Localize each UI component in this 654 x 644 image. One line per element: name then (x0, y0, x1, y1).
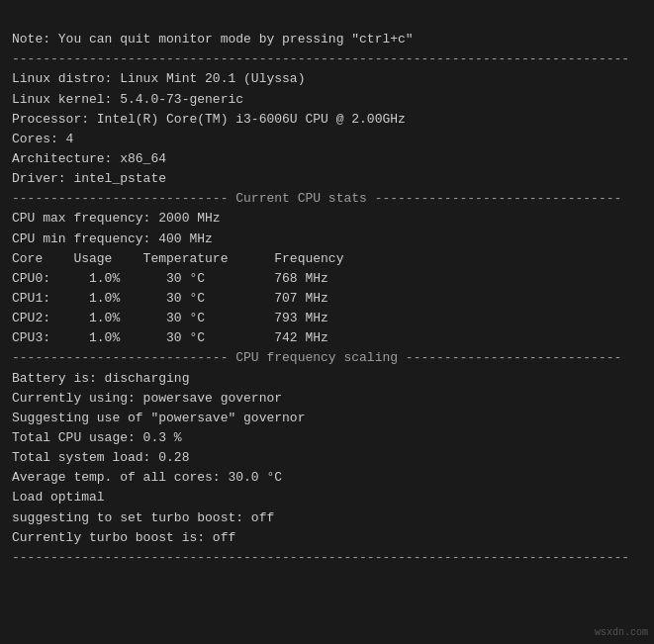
terminal-line-sep4: ----------------------------------------… (12, 548, 642, 568)
terminal-line-cpu2: CPU2: 1.0% 30 °C 793 MHz (12, 309, 642, 328)
terminal-output: Note: You can quit monitor mode by press… (12, 10, 642, 568)
terminal-line-turbo_current: Currently turbo boost is: off (12, 528, 642, 548)
watermark: wsxdn.com (595, 625, 648, 641)
terminal-line-cpu1: CPU1: 1.0% 30 °C 707 MHz (12, 289, 642, 309)
terminal-line-distro: Linux distro: Linux Mint 20.1 (Ulyssa) (12, 69, 642, 89)
terminal-line-battery: Battery is: discharging (12, 369, 642, 389)
terminal-line-sep3: ---------------------------- CPU frequen… (12, 348, 642, 368)
terminal-line-cpu0: CPU0: 1.0% 30 °C 768 MHz (12, 269, 642, 289)
terminal-line-avg_temp: Average temp. of all cores: 30.0 °C (12, 468, 642, 488)
terminal-line-table_header: Core Usage Temperature Frequency (12, 249, 642, 269)
terminal-line-cpu_min: CPU min frequency: 400 MHz (12, 230, 642, 249)
terminal-line-cores: Cores: 4 (12, 130, 642, 149)
terminal-line-arch: Architecture: x86_64 (12, 149, 642, 169)
terminal-line-note: Note: You can quit monitor mode by press… (12, 30, 642, 49)
terminal-line-sep1: ----------------------------------------… (12, 49, 642, 69)
terminal-line-total_usage: Total CPU usage: 0.3 % (12, 428, 642, 448)
terminal-line-total_load: Total system load: 0.28 (12, 448, 642, 468)
terminal-line-load_optimal: Load optimal (12, 488, 642, 507)
terminal-line-cpu3: CPU3: 1.0% 30 °C 742 MHz (12, 328, 642, 348)
terminal-line-sep2: ---------------------------- Current CPU… (12, 189, 642, 209)
terminal-line-governor1: Currently using: powersave governor (12, 389, 642, 409)
terminal-line-governor2: Suggesting use of "powersave" governor (12, 409, 642, 428)
terminal-line-turbo_suggest: suggesting to set turbo boost: off (12, 508, 642, 528)
terminal-line-kernel: Linux kernel: 5.4.0-73-generic (12, 90, 642, 110)
terminal-line-cpu_max: CPU max frequency: 2000 MHz (12, 209, 642, 229)
terminal-line-driver: Driver: intel_pstate (12, 169, 642, 189)
terminal-line-processor: Processor: Intel(R) Core(TM) i3-6006U CP… (12, 110, 642, 130)
